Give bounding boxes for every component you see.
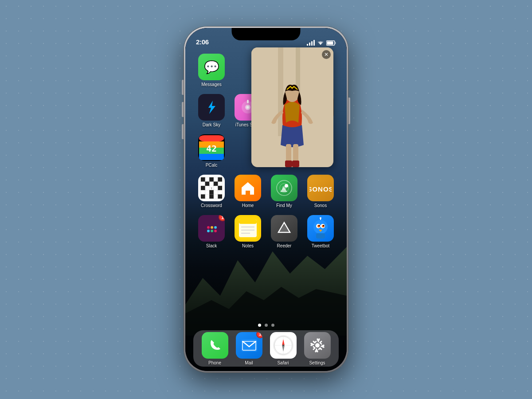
svg-point-81 <box>313 220 328 234</box>
svg-rect-72 <box>214 230 217 232</box>
svg-rect-51 <box>209 177 214 182</box>
svg-text:T: T <box>211 187 212 190</box>
svg-text:✕: ✕ <box>324 51 329 58</box>
mail-icon-bg: 1 <box>236 332 262 359</box>
svg-rect-10 <box>285 160 292 167</box>
app-slack[interactable]: 1 Slack <box>196 215 227 248</box>
phone-icon-bg <box>202 332 228 359</box>
svg-point-16 <box>246 106 249 109</box>
svg-rect-38 <box>199 157 224 160</box>
app-slack-label: Slack <box>206 243 217 248</box>
app-pcalc[interactable]: 42 PCalc <box>196 134 227 168</box>
svg-rect-11 <box>292 160 299 167</box>
svg-rect-68 <box>207 230 210 232</box>
dock-mail[interactable]: 1 Mail <box>234 332 264 365</box>
home-icon-bg <box>235 175 261 201</box>
battery-icon <box>326 40 336 46</box>
svg-rect-54 <box>214 182 218 186</box>
app-messages-label: Messages <box>201 82 222 87</box>
app-notes-label: Notes <box>242 243 254 248</box>
svg-rect-1 <box>335 42 336 44</box>
app-crossword-label: Crossword <box>201 203 222 208</box>
signal-icon <box>307 40 315 46</box>
wifi-icon <box>317 40 324 46</box>
safari-icon-bg <box>270 332 297 359</box>
app-tweetbot-label: Tweetbot <box>312 243 330 248</box>
app-row-5: 1 Slack <box>193 211 339 252</box>
app-home-label: Home <box>242 203 254 208</box>
page-dot-3[interactable] <box>271 324 274 327</box>
app-darksky[interactable]: Dark Sky <box>196 94 227 127</box>
app-home[interactable]: Home <box>233 175 263 208</box>
svg-rect-75 <box>239 219 257 224</box>
dock-settings[interactable]: Settings <box>302 332 332 365</box>
pcalc-icon-bg: 42 <box>198 134 225 161</box>
app-tweetbot[interactable]: Tweetbot <box>305 215 336 248</box>
app-row-4: T Crossword Home <box>193 171 339 211</box>
app-darksky-label: Dark Sky <box>203 122 221 127</box>
svg-rect-57 <box>209 190 214 195</box>
svg-text:42: 42 <box>206 143 217 154</box>
video-pip[interactable]: ✕ <box>251 47 333 167</box>
app-notes[interactable]: Notes <box>233 215 263 248</box>
dock-safari[interactable]: Safari <box>268 332 298 365</box>
svg-rect-50 <box>201 177 205 182</box>
svg-rect-17 <box>247 100 249 103</box>
app-messages[interactable]: 💬 Messages <box>196 54 227 87</box>
svg-rect-69 <box>211 230 213 232</box>
status-icons <box>307 40 336 46</box>
svg-rect-52 <box>218 177 222 182</box>
svg-rect-55 <box>201 186 205 190</box>
app-sonos-label: Sonos <box>314 203 327 208</box>
reeder-icon-bg <box>271 215 297 242</box>
dock-safari-label: Safari <box>277 360 289 365</box>
sonos-icon-bg: SONOS <box>307 175 334 201</box>
svg-rect-56 <box>218 186 222 190</box>
tweetbot-icon-bg <box>307 215 334 242</box>
app-reeder-label: Reeder <box>277 243 292 248</box>
svg-point-99 <box>282 344 284 346</box>
svg-rect-70 <box>211 226 213 229</box>
svg-point-89 <box>320 217 321 219</box>
phone-device: 2:06 <box>184 27 348 372</box>
svg-rect-58 <box>201 194 205 199</box>
darksky-icon-bg <box>198 94 225 121</box>
svg-rect-4 <box>278 47 283 136</box>
dock-phone-label: Phone <box>208 360 221 365</box>
dock-mail-label: Mail <box>245 360 253 365</box>
svg-rect-91 <box>241 339 257 352</box>
notes-icon-bg <box>235 215 261 242</box>
dock: Phone 1 Mail <box>193 330 339 367</box>
dock-settings-label: Settings <box>309 360 325 365</box>
messages-icon-bg: 💬 <box>198 54 225 80</box>
svg-point-86 <box>319 225 320 227</box>
svg-text:SONOS: SONOS <box>309 185 332 193</box>
slack-icon-bg: 1 <box>198 215 225 242</box>
app-reeder[interactable]: Reeder <box>269 215 299 248</box>
page-dot-2[interactable] <box>265 324 268 327</box>
page-dot-1[interactable] <box>258 324 261 327</box>
svg-rect-60 <box>218 194 222 199</box>
svg-point-100 <box>315 343 320 348</box>
svg-rect-71 <box>214 226 217 229</box>
app-findmy-label: Find My <box>276 203 292 208</box>
app-sonos[interactable]: SONOS Sonos <box>305 175 336 208</box>
video-content: ✕ <box>251 47 333 167</box>
svg-point-87 <box>323 225 325 227</box>
svg-rect-32 <box>199 135 224 141</box>
screen: 2:06 <box>185 28 347 371</box>
svg-point-65 <box>285 184 288 188</box>
app-crossword[interactable]: T Crossword <box>196 175 227 208</box>
svg-rect-90 <box>316 233 325 239</box>
svg-rect-67 <box>207 226 210 229</box>
svg-rect-59 <box>209 194 214 199</box>
svg-rect-2 <box>327 41 333 44</box>
status-time: 2:06 <box>196 38 209 46</box>
status-bar: 2:06 <box>185 28 347 47</box>
mail-badge: 1 <box>256 332 262 338</box>
phone-screen-container: 2:06 <box>185 28 347 371</box>
page-dots <box>185 324 347 327</box>
app-findmy[interactable]: Find My <box>269 175 299 208</box>
dock-phone[interactable]: Phone <box>200 332 230 365</box>
svg-rect-53 <box>205 182 210 186</box>
